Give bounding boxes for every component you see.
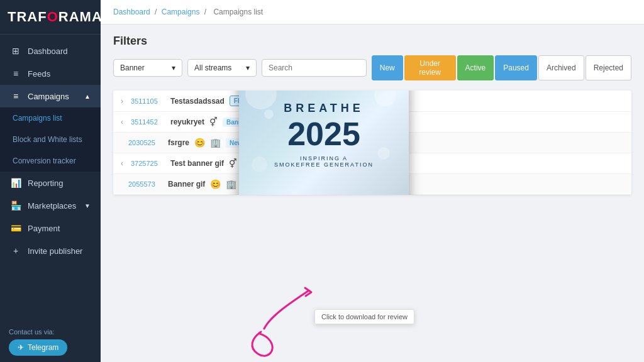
sidebar-nav: ⊞ Dashboard ≡ Feeds ≡ Campaigns ▲ Campai… <box>0 35 101 322</box>
invite-icon: + <box>10 246 21 256</box>
emoji-icon: 😊 <box>194 138 205 148</box>
video-sub1: INSPIRING A <box>300 155 348 162</box>
video-year-text: 2025 <box>287 118 360 150</box>
page-title: Filters <box>113 35 631 48</box>
deco-circle <box>377 147 390 160</box>
row-name: Test banner gif <box>170 159 224 168</box>
stream-filter[interactable]: All streams ▾ <box>187 59 257 77</box>
sidebar-item-campaigns-list[interactable]: Campaigns list <box>0 107 101 129</box>
sidebar-item-label: Marketplaces <box>28 201 76 211</box>
breadcrumb-dashboard[interactable]: Dashboard <box>113 8 150 16</box>
type-filter-value: Banner <box>120 63 145 72</box>
sidebar-item-label: Conversion tracker <box>13 156 76 165</box>
logo-text: TRAFORAMA <box>8 9 103 25</box>
telegram-button[interactable]: ✈ Telegram <box>9 339 67 356</box>
contact-label: Contact us via: <box>9 328 92 336</box>
logo: TRAFORAMA <box>0 0 101 35</box>
sidebar-item-payment[interactable]: 💳 Payment <box>0 217 101 239</box>
video-thumbnail: BREATHE 2025 INSPIRING A SMOKEFREE GENER… <box>239 90 409 195</box>
deco-circle <box>245 90 277 109</box>
video-popup: BREATHE 2025 INSPIRING A SMOKEFREE GENER… <box>239 90 409 195</box>
emoji-icon: 😊 <box>210 179 221 189</box>
emoji-icon2: 🏢 <box>226 179 236 189</box>
sidebar-item-invite[interactable]: + Invite publisher <box>0 239 101 262</box>
deco-circle <box>252 156 267 172</box>
video-breathe-text: BREATHE <box>284 102 364 115</box>
type-filter[interactable]: Banner ▾ <box>113 59 182 77</box>
video-sub2: SMOKEFREE GENERATION <box>274 162 374 168</box>
sidebar-item-conversion[interactable]: Conversion tracker <box>0 150 101 172</box>
dashboard-icon: ⊞ <box>10 46 21 56</box>
row-id: 2055573 <box>128 180 163 188</box>
tooltip-text: Click to download for review <box>321 313 408 321</box>
payment-icon: 💳 <box>10 223 21 233</box>
campaigns-table: › 3511105 Testasdadssad Flat deal ⚥ B ‹ … <box>113 90 631 195</box>
breadcrumb-sep1: / <box>155 8 159 16</box>
sidebar-item-block-white[interactable]: Block and White lists <box>0 129 101 150</box>
status-under-review-button[interactable]: Under review <box>404 55 456 80</box>
chevron-down-icon: ▾ <box>172 63 175 72</box>
status-rejected-button[interactable]: Rejected <box>586 55 631 80</box>
breadcrumb-current: Campaigns list <box>213 8 263 16</box>
chevron-up-icon: ▲ <box>84 93 91 100</box>
breadcrumb-campaigns[interactable]: Campaigns <box>162 8 200 16</box>
feeds-icon: ≡ <box>10 69 21 79</box>
status-paused-button[interactable]: Paused <box>495 55 537 80</box>
sidebar-item-label: Dashboard <box>28 47 68 56</box>
row-id: 2030525 <box>128 139 163 146</box>
row-name: reyukryet <box>170 118 204 126</box>
tooltip: Click to download for review <box>314 309 414 324</box>
stream-filter-value: All streams <box>194 63 231 72</box>
row-name: Testasdadssad <box>170 97 225 106</box>
sidebar-item-dashboard[interactable]: ⊞ Dashboard <box>0 40 101 62</box>
breadcrumb-sep2: / <box>204 8 209 16</box>
sidebar-contact: Contact us via: ✈ Telegram <box>0 322 101 362</box>
chevron-down-icon: ▼ <box>84 202 91 209</box>
sidebar-item-feeds[interactable]: ≡ Feeds <box>0 62 101 85</box>
chevron-down-icon: ▾ <box>246 63 250 72</box>
expand-icon: › <box>121 97 123 106</box>
campaigns-icon: ≡ <box>10 91 21 101</box>
row-name: Banner gif <box>168 180 205 189</box>
telegram-label: Telegram <box>28 343 58 352</box>
sidebar-item-marketplaces[interactable]: 🏪 Marketplaces ▼ <box>0 194 101 217</box>
telegram-icon: ✈ <box>18 343 24 352</box>
deco-circle <box>374 90 396 106</box>
content-area: Filters Banner ▾ All streams ▾ New Under… <box>101 25 644 362</box>
main-content: Dashboard / Campaigns / Campaigns list F… <box>101 0 644 362</box>
sidebar-item-label: Feeds <box>28 69 50 79</box>
emoji-icon2: 🏢 <box>210 138 221 148</box>
reporting-icon: 📊 <box>10 178 21 188</box>
gender-icon: ⚥ <box>229 158 237 168</box>
sidebar-item-label: Reporting <box>28 178 63 188</box>
status-filters: New Under review Active Paused Archived … <box>372 55 631 80</box>
row-id: 3725725 <box>131 160 165 167</box>
expand-icon: ‹ <box>121 118 123 126</box>
expand-icon: ‹ <box>121 159 123 168</box>
deco-circle <box>264 109 274 119</box>
sidebar-item-campaigns[interactable]: ≡ Campaigns ▲ <box>0 85 101 107</box>
row-id: 3511105 <box>131 97 165 105</box>
filter-bar: Banner ▾ All streams ▾ New Under review … <box>113 55 631 80</box>
row-id: 3511452 <box>131 118 165 126</box>
status-new-button[interactable]: New <box>372 55 403 80</box>
marketplaces-icon: 🏪 <box>10 200 21 211</box>
status-active-button[interactable]: Active <box>457 55 494 80</box>
sidebar-item-reporting[interactable]: 📊 Reporting <box>0 172 101 194</box>
sidebar-item-label: Invite publisher <box>28 246 82 256</box>
sidebar-item-label: Payment <box>28 224 60 233</box>
sidebar: TRAFORAMA ⊞ Dashboard ≡ Feeds ≡ Campaign… <box>0 0 101 362</box>
row-name: fsrgre <box>168 138 189 147</box>
search-input[interactable] <box>262 59 367 77</box>
status-archived-button[interactable]: Archived <box>538 55 584 80</box>
sidebar-item-label: Block and White lists <box>13 135 82 144</box>
breadcrumb: Dashboard / Campaigns / Campaigns list <box>101 0 644 25</box>
sidebar-item-label: Campaigns <box>28 92 69 101</box>
sidebar-item-label: Campaigns list <box>13 114 62 123</box>
gender-icon: ⚥ <box>209 117 218 127</box>
